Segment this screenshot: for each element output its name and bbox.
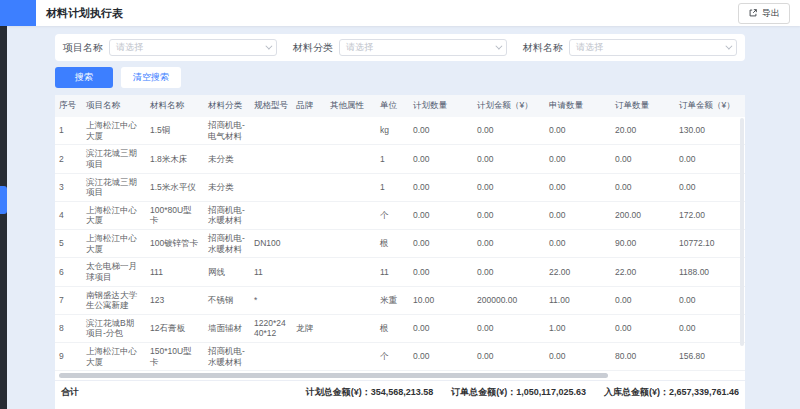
table-cell: 米重: [376, 286, 409, 314]
table-cell: [326, 173, 376, 201]
column-header: 品牌: [292, 95, 326, 117]
table-cell: 0.00: [473, 201, 545, 229]
table-cell: 0.00: [675, 173, 745, 201]
table-cell: [326, 201, 376, 229]
table-cell: 0.00: [545, 230, 611, 258]
table-cell: 墙面辅材: [204, 314, 250, 342]
vertical-scrollbar[interactable]: [740, 118, 744, 346]
table-cell: 130.00: [675, 117, 745, 145]
table-row[interactable]: 9上海松江中心大厦150*10U型卡招商机电-水暖材料个0.000.000.00…: [55, 343, 745, 371]
table-cell: 1.00: [545, 314, 611, 342]
sidebar-expand-handle[interactable]: [0, 186, 7, 214]
table-cell: 0.00: [409, 314, 473, 342]
table-cell: 6: [55, 258, 82, 286]
export-button[interactable]: 导出: [738, 3, 790, 24]
horizontal-scrollbar-track: [57, 372, 743, 379]
table-cell: 172.00: [675, 201, 745, 229]
table-cell: 招商机电-水暖材料: [204, 343, 250, 371]
summary-totals: 计划总金额(¥)：354,568,213.58订单总金额(¥)：1,050,11…: [306, 386, 739, 399]
table-row[interactable]: 8滨江花城B期项目-分包12石膏板墙面辅材1220*2440*12龙牌根0.00…: [55, 314, 745, 342]
search-button[interactable]: 搜索: [55, 67, 113, 88]
table-cell: 网线: [204, 258, 250, 286]
summary-total-label: 合计: [61, 386, 79, 399]
table-row[interactable]: 5上海松江中心大厦100镀锌管卡招商机电-水暖材料DN100根0.000.000…: [55, 230, 745, 258]
chevron-down-icon: [725, 43, 732, 50]
table-cell: [250, 145, 292, 173]
table-cell: 0.00: [409, 173, 473, 201]
table-cell: 滨江花城三期项目: [82, 145, 146, 173]
column-header: 计划金额（¥）: [473, 95, 545, 117]
table-cell: 22.00: [545, 258, 611, 286]
table-cell: 100*80U型卡: [146, 201, 204, 229]
table-cell: 0.00: [473, 314, 545, 342]
material-category-select[interactable]: 请选择: [339, 39, 507, 56]
table-header-row: 序号项目名称材料名称材料分类规格型号品牌其他属性单位计划数量计划金额（¥）申请数…: [55, 95, 745, 117]
table-cell: 9: [55, 343, 82, 371]
table-cell: 22.00: [611, 258, 675, 286]
table-cell: [292, 230, 326, 258]
table-cell: 2: [55, 145, 82, 173]
filter-group-material: 材料名称 请选择: [523, 39, 737, 56]
table-cell: 0.00: [409, 117, 473, 145]
export-icon: [748, 8, 758, 18]
material-name-label: 材料名称: [523, 41, 563, 55]
table-cell: 上海松江中心大厦: [82, 343, 146, 371]
table-row[interactable]: 7南钢盛达大学生公寓新建123不锈钢*米重10.00200000.0011.00…: [55, 286, 745, 314]
table-cell: 1220*2440*12: [250, 314, 292, 342]
project-name-select[interactable]: 请选择: [109, 39, 277, 56]
page-title: 材料计划执行表: [46, 6, 123, 21]
table-cell: 0.00: [611, 145, 675, 173]
filter-actions: 搜索 清空搜索: [55, 67, 745, 88]
pagination-bar: 共 1673 条 ‹123456...84› 前往 页: [55, 404, 745, 409]
table-cell: 0.00: [545, 201, 611, 229]
table-cell: 11.00: [545, 286, 611, 314]
materials-table: 序号项目名称材料名称材料分类规格型号品牌其他属性单位计划数量计划金额（¥）申请数…: [55, 95, 745, 371]
table-cell: 7: [55, 286, 82, 314]
table-cell: 龙牌: [292, 314, 326, 342]
table-cell: 150*10U型卡: [146, 343, 204, 371]
material-name-select[interactable]: 请选择: [569, 39, 737, 56]
material-category-placeholder: 请选择: [346, 41, 373, 54]
table-cell: 0.00: [545, 343, 611, 371]
table-cell: 0.00: [545, 117, 611, 145]
table-row[interactable]: 1上海松江中心大厦1.5铜招商机电-电气材料kg0.000.000.0020.0…: [55, 117, 745, 145]
table-cell: 8: [55, 314, 82, 342]
materials-table-card: 序号项目名称材料名称材料分类规格型号品牌其他属性单位计划数量计划金额（¥）申请数…: [55, 95, 745, 409]
table-cell: 0.00: [473, 145, 545, 173]
material-category-label: 材料分类: [293, 41, 333, 55]
table-cell: 0.00: [473, 343, 545, 371]
project-name-placeholder: 请选择: [116, 41, 143, 54]
table-cell: [250, 173, 292, 201]
filter-panel: 项目名称 请选择 材料分类 请选择 材料名称 请选择: [55, 34, 745, 61]
table-row[interactable]: 6太仓电梯一月球项目111网线11110.000.0022.0022.00118…: [55, 258, 745, 286]
table-cell: [292, 201, 326, 229]
clear-search-button[interactable]: 清空搜索: [121, 67, 181, 88]
table-cell: 招商机电-水暖材料: [204, 201, 250, 229]
table-cell: 0.00: [409, 258, 473, 286]
table-cell: 10772.10: [675, 230, 745, 258]
table-cell: 200.00: [611, 201, 675, 229]
table-cell: 1.5米水平仪: [146, 173, 204, 201]
table-cell: 南钢盛达大学生公寓新建: [82, 286, 146, 314]
table-cell: 招商机电-水暖材料: [204, 230, 250, 258]
table-cell: *: [250, 286, 292, 314]
table-cell: 0.00: [545, 145, 611, 173]
chevron-down-icon: [265, 43, 272, 50]
table-row[interactable]: 4上海松江中心大厦100*80U型卡招商机电-水暖材料个0.000.000.00…: [55, 201, 745, 229]
column-header: 其他属性: [326, 95, 376, 117]
table-cell: 0.00: [611, 314, 675, 342]
table-row[interactable]: 3滨江花城三期项目1.5米水平仪未分类10.000.000.000.000.00: [55, 173, 745, 201]
table-cell: 上海松江中心大厦: [82, 117, 146, 145]
table-cell: 1.8米木床: [146, 145, 204, 173]
horizontal-scrollbar[interactable]: [59, 373, 608, 378]
table-cell: 滨江花城三期项目: [82, 173, 146, 201]
table-cell: 0.00: [409, 230, 473, 258]
topbar: 材料计划执行表 导出: [0, 0, 800, 26]
summary-total: 计划总金额(¥)：354,568,213.58: [306, 386, 434, 399]
table-cell: 1: [55, 117, 82, 145]
table-cell: 0.00: [675, 145, 745, 173]
summary-total: 入库总金额(¥)：2,657,339,761.46: [604, 386, 739, 399]
table-row[interactable]: 2滨江花城三期项目1.8米木床未分类10.000.000.000.000.00: [55, 145, 745, 173]
table-cell: [292, 343, 326, 371]
table-cell: 200000.00: [473, 286, 545, 314]
